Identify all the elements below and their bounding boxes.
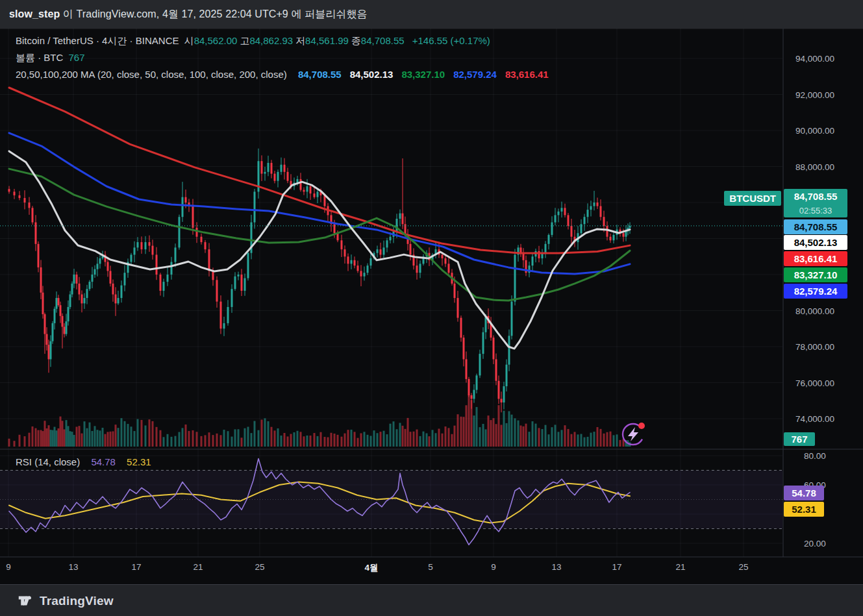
rsi-legend-row[interactable]: RSI (14, close) 54.78 52.31 xyxy=(16,456,154,467)
published-suffix: 이 TradingView.com, 4월 17, 2025 22:04 UTC… xyxy=(60,8,367,19)
symbol-title: Bitcoin / TetherUS · 4시간 · BINANCE xyxy=(16,35,179,46)
ma-value: 84,708.55 xyxy=(298,69,342,80)
last-price-label: 84,708.5502:55:33 xyxy=(784,189,847,217)
ma-legend-row[interactable]: 20,50,100,200 MA (20, close, 50, close, … xyxy=(16,69,554,80)
volume-label: 볼륨 · BTC xyxy=(16,52,63,63)
indicator-price-label: 84,708.55 xyxy=(784,219,847,234)
time-tick: 17 xyxy=(131,562,141,572)
rsi-value-label: 52.31 xyxy=(784,502,824,517)
ma-values: 84,708.5584,502.1383,327.1082,579.2483,6… xyxy=(292,69,551,80)
ohlc-values: 시84,562.00고84,862.93저84,561.99종84,708.55 xyxy=(184,35,407,46)
volume-series xyxy=(8,395,631,447)
notification-dot xyxy=(638,423,645,429)
rsi-value-label: 54.78 xyxy=(784,486,824,500)
time-tick: 25 xyxy=(255,562,264,572)
ma-value: 83,327.10 xyxy=(401,69,445,80)
ma-value: 82,579.24 xyxy=(453,69,497,80)
change-value: +146.55 (+0.17%) xyxy=(412,35,490,46)
price-axis[interactable]: 94,000.0092,000.0090,000.0088,000.0080,0… xyxy=(783,29,863,557)
axis-tick: 92,000.00 xyxy=(783,90,847,99)
ohlc-label: 시 xyxy=(184,35,194,46)
axis-tick: 76,000.00 xyxy=(783,378,847,388)
author-link[interactable]: slow_step xyxy=(9,8,60,19)
time-tick: 21 xyxy=(193,562,203,572)
indicator-price-label: 84,502.13 xyxy=(784,235,847,250)
chart-canvas[interactable] xyxy=(0,29,863,584)
ma-label: 20,50,100,200 MA (20, close, 50, close, … xyxy=(16,69,287,80)
volume-value: 767 xyxy=(69,52,85,63)
time-tick: 5 xyxy=(428,562,433,572)
ohlc-label: 종 xyxy=(351,35,361,46)
lightning-bolt-icon xyxy=(628,427,638,441)
indicator-price-label: 83,327.10 xyxy=(784,267,847,282)
ohlc-value: 84,562.00 xyxy=(194,35,238,46)
ohlc-label: 고 xyxy=(240,35,249,46)
time-tick: 9 xyxy=(491,562,496,572)
time-tick: 4월 xyxy=(364,562,378,574)
axis-tick: 74,000.00 xyxy=(783,414,847,424)
lightning-button[interactable] xyxy=(619,419,648,448)
indicator-price-label: 83,616.41 xyxy=(784,251,847,266)
axis-tick: 90,000.00 xyxy=(783,126,847,136)
time-tick: 25 xyxy=(738,562,748,572)
ma-red-line xyxy=(9,88,630,253)
symbol-price-tag: BTCUSDT xyxy=(724,191,781,206)
rsi-label: RSI (14, close) xyxy=(16,456,80,467)
ohlc-label: 저 xyxy=(295,35,305,46)
rsi-value: 54.78 xyxy=(91,456,116,467)
tradingview-published-chart: { "published_bar": { "author": "slow_ste… xyxy=(0,0,863,616)
time-tick: 13 xyxy=(68,562,78,572)
axis-tick: 88,000.00 xyxy=(783,162,847,171)
footer-bar: TradingView xyxy=(0,584,863,616)
rsi-ma-value: 52.31 xyxy=(127,456,151,467)
time-tick: 21 xyxy=(675,562,685,572)
ohlc-value: 84,708.55 xyxy=(361,35,405,46)
last-price: 84,708.55 xyxy=(784,189,847,204)
axis-tick: 80.00 xyxy=(783,451,847,461)
time-tick: 9 xyxy=(6,562,11,572)
footer-brand[interactable]: TradingView xyxy=(40,594,114,608)
tradingview-logo-icon xyxy=(17,593,33,609)
axis-tick: 78,000.00 xyxy=(783,342,847,352)
axis-tick: 94,000.00 xyxy=(783,54,847,64)
volume-legend-row[interactable]: 볼륨 · BTC 767 xyxy=(16,52,88,64)
ma20-line xyxy=(9,151,630,349)
symbol-legend-row[interactable]: Bitcoin / TetherUS · 4시간 · BINANCE 시84,5… xyxy=(16,35,493,47)
published-info-bar: slow_step 이 TradingView.com, 4월 17, 2025… xyxy=(0,0,863,29)
time-axis[interactable]: 9131721254월5913172125 xyxy=(0,557,783,584)
tradingview-logo[interactable] xyxy=(17,593,33,609)
axis-tick: 20.00 xyxy=(783,539,847,548)
ohlc-value: 84,561.99 xyxy=(305,35,349,46)
ma-value: 84,502.13 xyxy=(350,69,394,80)
ma100-line xyxy=(9,169,630,301)
ma-value: 83,616.41 xyxy=(505,69,549,80)
published-info: slow_step 이 TradingView.com, 4월 17, 2025… xyxy=(9,8,368,21)
time-tick: 17 xyxy=(612,562,621,572)
volume-value-label: 767 xyxy=(784,432,815,446)
time-tick: 13 xyxy=(551,562,561,572)
indicator-price-label: 82,579.24 xyxy=(784,284,847,299)
candle-series xyxy=(8,149,631,413)
bar-countdown: 02:55:33 xyxy=(784,204,847,217)
ohlc-value: 84,862.93 xyxy=(249,35,293,46)
axis-tick: 80,000.00 xyxy=(783,306,847,315)
